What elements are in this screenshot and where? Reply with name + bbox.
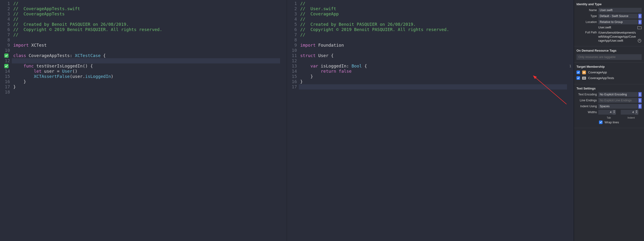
coverage-count [567,43,574,48]
chevron-updown-icon[interactable]: ▲▼ [638,92,642,97]
code-line[interactable] [12,58,280,63]
code-line[interactable]: return false [299,69,567,74]
code-line[interactable] [299,37,567,43]
line-number: 16 [0,79,12,84]
code-line[interactable]: // [12,1,280,6]
code-line[interactable] [12,89,280,95]
code-line[interactable]: XCTAssertFalse(user.isLoggedIn) [12,74,280,79]
chevron-updown-icon[interactable]: ▲▼ [638,98,642,103]
name-field[interactable] [598,8,642,12]
type-select[interactable]: Default - Swift Source [598,14,638,18]
name-label: Name [576,8,597,12]
coverage-count [567,48,574,53]
stepper-icon[interactable]: ▲▼ [635,110,638,115]
test-success-icon[interactable] [4,53,8,58]
line-number: 1 [0,1,12,6]
targets-section: Target Membership CoverageAppCoverageApp… [574,62,644,84]
code-line[interactable] [299,84,567,89]
line-number: 12 [0,58,12,63]
editor-pane-right: 1234567891011121314151617 //// User.swif… [287,0,574,241]
code-line[interactable]: // User.swift [299,6,567,11]
code-left[interactable]: //// CoverageAppTests.swift// CoverageAp… [12,0,280,241]
encoding-select[interactable]: No Explicit Encoding [598,92,638,97]
code-line[interactable]: } [12,84,280,89]
code-line[interactable]: // CoverageAppTests [12,11,280,16]
target-label: CoverageApp [588,70,607,74]
code-line[interactable] [299,58,567,63]
code-line[interactable]: // [12,16,280,22]
location-select[interactable]: Relative to Group [598,20,638,24]
test-success-icon[interactable] [4,64,8,68]
tags-field [576,54,642,60]
chevron-updown-icon[interactable]: ▲▼ [638,20,642,24]
endings-select[interactable]: No Explicit Line Endings [598,98,638,103]
code-line[interactable]: func testUserIsLoggedIn() { [12,63,280,69]
code-line[interactable] [12,37,280,43]
code-line[interactable]: // [299,16,567,22]
chevron-updown-icon[interactable]: ▲▼ [638,14,642,18]
code-line[interactable]: import Foundation [299,43,567,48]
code-line[interactable]: // Created by Benoit PASQUIER on 26/08/2… [12,22,280,27]
reveal-icon[interactable] [637,39,642,43]
line-number: 9 [287,43,299,48]
target-checkbox[interactable] [576,70,580,74]
code-line[interactable]: class CoverageAppTests: XCTestCase { [12,53,280,58]
line-number: 1 [287,1,299,6]
code-line[interactable]: // Copyright © 2019 Benoit PASQUIER. All… [12,27,280,32]
tab-sublabel: Tab [598,116,619,119]
code-line[interactable]: import XCTest [12,43,280,48]
indent-using-label: Indent Using [576,105,597,108]
stepper-icon[interactable]: ▲▼ [612,110,616,115]
code-line[interactable]: // Copyright © 2019 Benoit PASQUIER. All… [299,27,567,32]
targets-title: Target Membership [576,64,642,70]
indent-select[interactable]: Spaces [598,104,638,109]
indent-width-field[interactable] [621,110,635,115]
coverage-count [567,74,574,79]
coverage-count [567,11,574,16]
target-label: CoverageAppTests [588,76,614,80]
line-number: 17 [0,84,12,89]
ondemand-section: On Demand Resource Tags [574,46,644,62]
folder-icon[interactable] [637,25,642,30]
line-number: 11 [287,53,299,58]
line-number: 13 [287,63,299,69]
code-line[interactable]: // CoverageApp [299,11,567,16]
code-line[interactable]: // CoverageAppTests.swift [12,6,280,11]
code-line[interactable]: // [299,1,567,6]
endings-label: Line Endings [576,99,597,102]
code-line[interactable]: // Created by Benoit PASQUIER on 26/08/2… [299,22,567,27]
code-line[interactable] [299,48,567,53]
code-line[interactable]: } [12,79,280,84]
coverage-count [567,69,574,74]
chevron-updown-icon[interactable]: ▲▼ [638,104,642,109]
target-row: CoverageApp [576,70,642,75]
code-right[interactable]: //// User.swift// CoverageApp//// Create… [299,0,567,241]
target-checkbox[interactable] [576,76,580,80]
code-line[interactable]: } [299,74,567,79]
code-line[interactable]: } [299,79,567,84]
line-number: 6 [0,27,12,32]
code-line[interactable]: var isLoggedIn: Bool { [299,63,567,69]
line-number: 16 [287,79,299,84]
indent-sublabel: Indent [621,116,642,119]
tab-width-field[interactable] [598,110,612,115]
wrap-checkbox[interactable] [599,120,602,124]
coverage-count [567,58,574,63]
line-number: 14 [287,69,299,74]
gutter-right: 1234567891011121314151617 [287,0,299,241]
code-line[interactable]: // [12,32,280,37]
coverage-count [567,53,574,58]
text-title: Text Settings [576,86,642,92]
line-number: 15 [0,74,12,79]
editor-pane-left: 123456789101112131415161718 //// Coverag… [0,0,287,241]
line-number: 9 [0,43,12,48]
app-icon [582,70,586,75]
code-line[interactable]: let user = User() [12,69,280,74]
code-line[interactable]: struct User { [299,53,567,58]
code-line[interactable] [12,48,280,53]
ondemand-title: On Demand Resource Tags [576,48,642,54]
line-number: 8 [287,37,299,43]
line-number: 15 [287,74,299,79]
code-line[interactable]: // [299,32,567,37]
line-number: 4 [287,16,299,22]
